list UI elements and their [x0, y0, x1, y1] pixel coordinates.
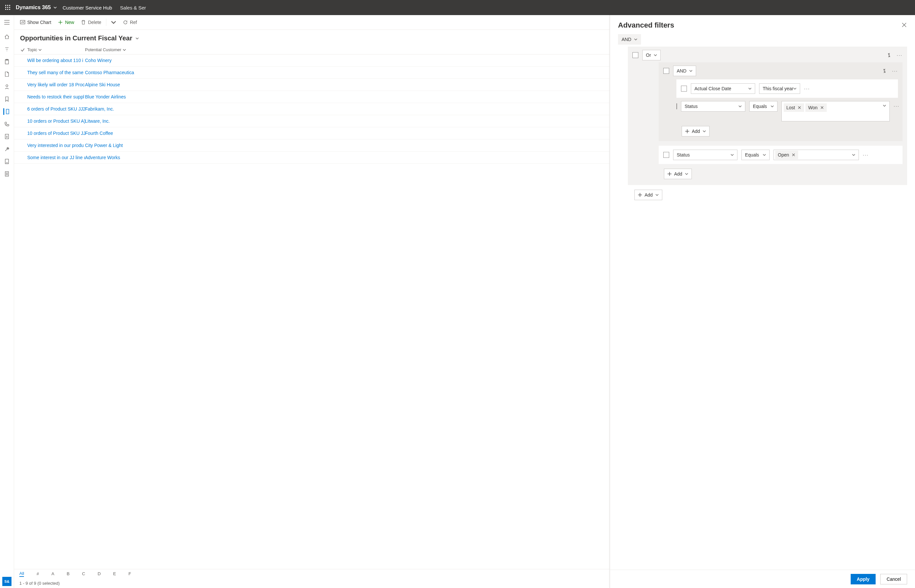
field-select[interactable]: Status: [673, 150, 737, 160]
and-operator-chip[interactable]: AND: [673, 66, 696, 76]
cell-topic[interactable]: Very likely will order 18 Proc: [27, 82, 85, 87]
table-row[interactable]: Will be ordering about 110 iCoho Winery: [14, 55, 609, 66]
az-b[interactable]: B: [66, 571, 70, 576]
collapse-icon[interactable]: [882, 69, 887, 73]
cell-customer[interactable]: Alpine Ski House: [85, 82, 609, 87]
operator-select[interactable]: Equals: [741, 150, 770, 160]
az-e[interactable]: E: [113, 571, 116, 576]
cancel-button[interactable]: Cancel: [880, 574, 907, 585]
add-condition-button[interactable]: Add: [664, 169, 692, 179]
cell-customer[interactable]: Coho Winery: [85, 58, 609, 63]
user-badge[interactable]: S&: [2, 577, 11, 586]
doc3-icon[interactable]: [3, 171, 10, 177]
more-icon[interactable]: ···: [804, 86, 810, 91]
collapse-icon[interactable]: [887, 53, 891, 57]
doc-arrow-icon[interactable]: [3, 133, 10, 140]
row-checkbox[interactable]: [18, 82, 27, 87]
value-multiselect[interactable]: Lost ✕ Won ✕: [781, 101, 890, 121]
remove-tag-icon[interactable]: ✕: [792, 152, 795, 157]
cell-customer[interactable]: Litware, Inc.: [85, 118, 609, 124]
table-row[interactable]: 10 orders of Product SKU JJ2Fourth Coffe…: [14, 127, 609, 139]
cell-customer[interactable]: Adventure Works: [85, 155, 609, 160]
table-row[interactable]: 6 orders of Product SKU JJ20Fabrikam, In…: [14, 103, 609, 115]
cell-customer[interactable]: City Power & Light: [85, 143, 609, 148]
phone-icon[interactable]: [3, 121, 10, 127]
home-icon[interactable]: [3, 34, 10, 40]
cell-customer[interactable]: Fabrikam, Inc.: [85, 106, 609, 111]
table-row[interactable]: Very interested in our produCity Power &…: [14, 139, 609, 152]
hamburger-icon[interactable]: [3, 19, 10, 26]
show-chart-button[interactable]: Show Chart: [18, 18, 54, 26]
column-header-customer[interactable]: Potential Customer: [85, 47, 609, 52]
recent-icon[interactable]: [3, 46, 10, 53]
sales-area[interactable]: Sales & Ser: [120, 5, 146, 11]
delete-dropdown[interactable]: [108, 18, 119, 26]
cell-customer[interactable]: Blue Yonder Airlines: [85, 94, 609, 99]
az-f[interactable]: F: [128, 571, 131, 576]
new-button[interactable]: New: [55, 18, 77, 26]
chevron-down-icon[interactable]: [136, 37, 139, 40]
row-checkbox[interactable]: [18, 118, 27, 124]
cell-topic[interactable]: 10 orders or Product SKU A): [27, 118, 85, 124]
more-icon[interactable]: ···: [892, 68, 898, 73]
opportunities-icon[interactable]: [3, 108, 10, 115]
table-row[interactable]: Some interest in our JJ line oAdventure …: [14, 152, 609, 164]
field-select[interactable]: Actual Close Date: [691, 83, 755, 94]
and-group-checkbox[interactable]: [663, 68, 669, 74]
value-select[interactable]: This fiscal year: [759, 83, 800, 94]
close-icon[interactable]: [902, 23, 907, 28]
remove-tag-icon[interactable]: ✕: [797, 105, 802, 110]
wrench-icon[interactable]: [3, 146, 10, 152]
or-operator-chip[interactable]: Or: [642, 50, 661, 60]
column-header-topic[interactable]: Topic: [27, 47, 85, 52]
more-icon[interactable]: ···: [894, 103, 900, 108]
az-hash[interactable]: #: [36, 571, 39, 576]
add-condition-button[interactable]: Add: [634, 190, 662, 200]
page-icon[interactable]: [3, 71, 10, 78]
more-icon[interactable]: ···: [863, 152, 869, 157]
row-checkbox[interactable]: [18, 94, 27, 99]
cell-topic[interactable]: Needs to restock their suppl: [27, 94, 85, 99]
or-group-checkbox[interactable]: [632, 52, 639, 58]
chevron-down-icon[interactable]: [53, 6, 57, 9]
refresh-button[interactable]: Ref: [120, 18, 140, 26]
cell-topic[interactable]: Very interested in our produ: [27, 143, 85, 148]
az-c[interactable]: C: [82, 571, 85, 576]
cell-customer[interactable]: Fourth Coffee: [85, 131, 609, 136]
brand-name[interactable]: Dynamics 365: [16, 5, 51, 11]
row-checkbox[interactable]: [18, 131, 27, 136]
table-row[interactable]: Very likely will order 18 ProcAlpine Ski…: [14, 79, 609, 91]
view-title[interactable]: Opportunities in Current Fiscal Year: [14, 30, 609, 45]
select-all-checkbox[interactable]: [18, 47, 27, 52]
row-checkbox[interactable]: [18, 106, 27, 111]
cell-topic[interactable]: 10 orders of Product SKU JJ2: [27, 131, 85, 136]
cell-customer[interactable]: Contoso Pharmaceutica: [85, 70, 609, 75]
field-select[interactable]: Status: [681, 101, 745, 111]
root-operator-chip[interactable]: AND: [618, 34, 641, 45]
row-checkbox[interactable]: [18, 58, 27, 63]
app-launcher[interactable]: [2, 2, 14, 13]
table-row[interactable]: 10 orders or Product SKU A)Litware, Inc.: [14, 115, 609, 127]
value-select[interactable]: Open ✕: [774, 150, 859, 160]
cell-topic[interactable]: Will be ordering about 110 i: [27, 58, 85, 63]
bookmark-icon[interactable]: [3, 96, 10, 102]
add-condition-button[interactable]: Add: [682, 126, 710, 137]
hub-name[interactable]: Customer Service Hub: [63, 5, 112, 11]
cell-topic[interactable]: 6 orders of Product SKU JJ20: [27, 106, 85, 111]
operator-select[interactable]: Equals: [749, 101, 778, 111]
clipboard-icon[interactable]: [3, 58, 10, 65]
row-checkbox[interactable]: [18, 155, 27, 160]
more-icon[interactable]: ···: [897, 53, 902, 58]
az-a[interactable]: A: [52, 571, 55, 576]
table-row[interactable]: Needs to restock their supplBlue Yonder …: [14, 91, 609, 103]
az-all[interactable]: All: [19, 571, 24, 577]
condition-checkbox[interactable]: [681, 86, 687, 92]
condition-checkbox[interactable]: [663, 152, 669, 158]
row-checkbox[interactable]: [18, 70, 27, 75]
condition-checkbox[interactable]: [676, 103, 677, 109]
doc2-icon[interactable]: [3, 158, 10, 165]
az-d[interactable]: D: [97, 571, 100, 576]
delete-button[interactable]: Delete: [78, 18, 104, 26]
remove-tag-icon[interactable]: ✕: [820, 105, 824, 110]
person-icon[interactable]: [3, 83, 10, 90]
